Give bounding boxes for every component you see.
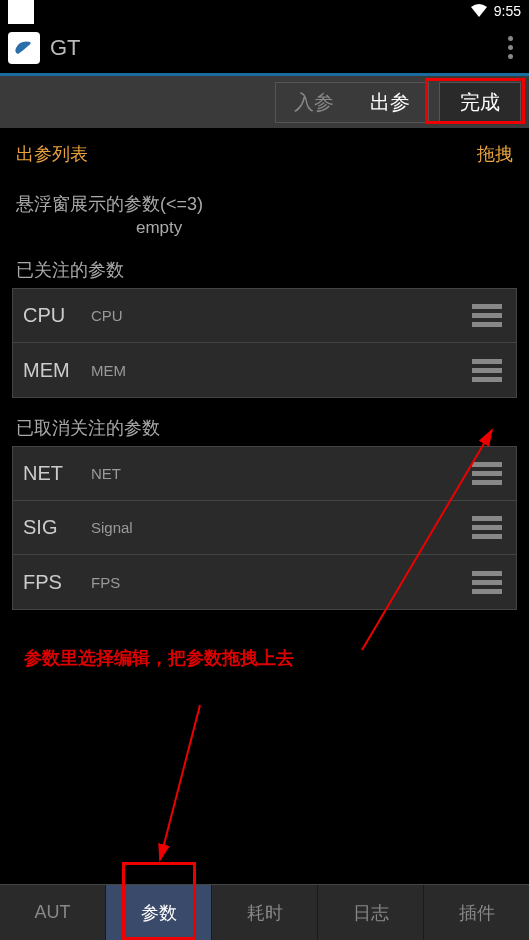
app-title: GT (50, 35, 500, 61)
param-name: MEM (23, 359, 91, 382)
title-bar: GT (0, 22, 529, 76)
tab-out-params[interactable]: 出参 (352, 83, 428, 122)
app-icon (8, 32, 40, 64)
unfollowed-section: NET NET SIG Signal FPS FPS (12, 446, 517, 610)
empty-text: empty (120, 216, 529, 246)
param-row[interactable]: NET NET (13, 447, 516, 501)
bottom-nav: AUT 参数 耗时 日志 插件 (0, 884, 529, 940)
param-name: SIG (23, 516, 91, 539)
param-desc: CPU (91, 307, 468, 324)
done-button[interactable]: 完成 (439, 82, 521, 123)
param-desc: FPS (91, 574, 468, 591)
list-title: 出参列表 (16, 142, 88, 166)
drag-handle-icon[interactable] (468, 567, 506, 598)
drag-mode-label[interactable]: 拖拽 (477, 142, 513, 166)
tab-group: 入参 出参 (275, 82, 429, 123)
instruction-text: 参数里选择编辑，把参数拖拽上去 (0, 616, 529, 700)
drag-handle-icon[interactable] (468, 458, 506, 489)
param-name: FPS (23, 571, 91, 594)
param-desc: NET (91, 465, 468, 482)
nav-log[interactable]: 日志 (318, 885, 424, 940)
drag-handle-icon[interactable] (468, 512, 506, 543)
annotation-arrow-2 (150, 700, 210, 870)
menu-overflow-icon[interactable] (500, 28, 521, 67)
nav-timing[interactable]: 耗时 (212, 885, 318, 940)
param-row[interactable]: MEM MEM (13, 343, 516, 397)
param-row[interactable]: SIG Signal (13, 501, 516, 555)
param-desc: Signal (91, 519, 468, 536)
status-time: 9:55 (494, 3, 521, 19)
drag-handle-icon[interactable] (468, 300, 506, 331)
float-section-label: 悬浮窗展示的参数(<=3) (0, 180, 529, 216)
list-header: 出参列表 拖拽 (0, 128, 529, 180)
param-row[interactable]: FPS FPS (13, 555, 516, 609)
nav-plugin[interactable]: 插件 (424, 885, 529, 940)
status-placeholder (8, 0, 34, 24)
tab-in-params[interactable]: 入参 (276, 83, 352, 122)
followed-section-label: 已关注的参数 (0, 246, 529, 282)
toolbar: 入参 出参 完成 (0, 76, 529, 128)
unfollowed-section-label: 已取消关注的参数 (0, 404, 529, 440)
followed-section: CPU CPU MEM MEM (12, 288, 517, 398)
nav-params[interactable]: 参数 (106, 885, 212, 940)
svg-line-1 (160, 705, 200, 860)
drag-handle-icon[interactable] (468, 355, 506, 386)
param-name: CPU (23, 304, 91, 327)
status-bar: 9:55 (0, 0, 529, 22)
param-row[interactable]: CPU CPU (13, 289, 516, 343)
param-name: NET (23, 462, 91, 485)
wifi-icon (470, 3, 488, 20)
nav-aut[interactable]: AUT (0, 885, 106, 940)
param-desc: MEM (91, 362, 468, 379)
